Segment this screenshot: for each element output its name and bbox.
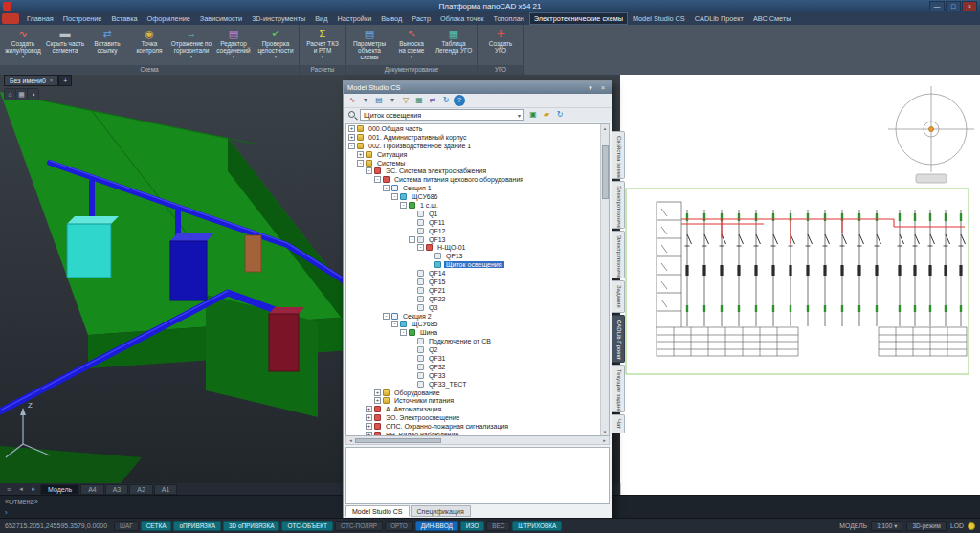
ribbon-button[interactable]: ↔Отражение по горизонтали▾ [170, 26, 212, 65]
status-toggle[interactable]: 3D оПРИВЯЗКА [223, 521, 279, 531]
tree-item[interactable]: +Оборудование [346, 389, 600, 397]
collapse-icon[interactable]: - [357, 160, 364, 167]
tree-item[interactable]: QF12 [346, 227, 600, 235]
collapse-icon[interactable]: - [400, 329, 407, 336]
status-toggle[interactable]: ОТС-ОБЪЕКТ [281, 521, 333, 531]
tree-item[interactable]: Щиток освещения [346, 260, 600, 269]
palette-tab[interactable]: Model Studio CS [345, 505, 410, 517]
tree-vscrollbar[interactable]: ▴▾ [600, 124, 609, 435]
scale-selector[interactable]: 1:100 ▾ [871, 521, 902, 531]
expand-icon[interactable]: + [366, 414, 372, 421]
side-tab[interactable]: Текущие задания [612, 365, 625, 412]
tree-item[interactable]: Q1 [346, 210, 600, 218]
tree-item[interactable]: Q3 [346, 303, 600, 312]
new-viewport-tab-button[interactable]: + [58, 75, 72, 86]
sheet-tab[interactable]: A4 [80, 484, 104, 495]
menu-tab[interactable]: Вывод [376, 12, 407, 25]
collapse-icon[interactable]: - [374, 176, 381, 183]
tree-item[interactable]: -QF13 [346, 235, 600, 244]
menu-tab[interactable]: Настройки [332, 12, 376, 25]
ribbon-button[interactable]: ◉Точка контроля [128, 26, 170, 65]
viewport-tab[interactable]: Без имени0 × [4, 75, 58, 86]
menu-tab[interactable]: CADLib Проект [690, 12, 748, 25]
lod-button[interactable]: LOD [950, 522, 964, 529]
menu-tab[interactable]: Зависимости [195, 12, 247, 25]
tree-item[interactable]: +000.Общая часть [346, 124, 600, 133]
ribbon-button[interactable]: ⇄Вставить ссылку [86, 26, 128, 65]
tree-item[interactable]: QF13 [346, 252, 600, 260]
tree-item[interactable]: QF15 [346, 278, 600, 286]
menu-tab[interactable]: Растр [407, 12, 435, 25]
tree-item[interactable]: QF31 [346, 354, 600, 363]
hscroll-thumb[interactable] [355, 438, 441, 443]
export-folder-icon[interactable]: ▣ [527, 109, 539, 121]
tree-item[interactable]: -002. Производственное здание 1 [346, 142, 600, 150]
tree-item[interactable]: +ЭО. Электроосвещение [346, 413, 600, 422]
model-space-button[interactable]: МОДЕЛЬ [839, 522, 867, 529]
tree-item[interactable]: Q2 [346, 345, 600, 354]
tree-item[interactable]: +ВН. Видео наблюдение [346, 431, 600, 435]
grid-icon[interactable]: ▦ [16, 89, 27, 100]
tree-item[interactable]: -ЩСУ686 [346, 192, 600, 201]
ribbon-button[interactable]: ✚Создать УГО [479, 26, 522, 65]
shading-mode-icon[interactable]: ◑ [28, 89, 38, 100]
sheet-tab[interactable]: A2 [129, 484, 153, 495]
status-toggle[interactable]: ДИН-ВВОД [415, 521, 458, 531]
prev-sheet-icon[interactable]: ◂ [15, 485, 27, 493]
ribbon-button[interactable]: ✔Проверка целостности▾ [255, 26, 297, 65]
sheet-tab[interactable]: A3 [105, 484, 129, 495]
maximize-button[interactable]: □ [946, 1, 961, 11]
collapse-icon[interactable]: - [409, 236, 415, 243]
tree-item[interactable]: -ЭС. Система электроснабжения [346, 167, 600, 175]
bulb-icon[interactable] [968, 522, 975, 530]
collapse-icon[interactable]: - [348, 143, 355, 149]
tree-item[interactable]: -Секция 2 [346, 312, 600, 321]
collapse-icon[interactable]: - [391, 193, 398, 200]
tree-item[interactable]: +А. Автоматизация [346, 405, 600, 413]
viewport-tab-close-icon[interactable]: × [50, 76, 54, 86]
minimize-button[interactable]: — [929, 1, 945, 11]
tree-item[interactable]: -ЩСУ685 [346, 320, 600, 328]
ribbon-button[interactable]: ▦Таблица Легенда УГО [433, 26, 475, 65]
tree-item[interactable]: +Источники питания [346, 397, 600, 406]
status-toggle[interactable]: ОТС-ПОЛЯР [335, 521, 383, 531]
tree-hscrollbar[interactable]: ◂▸ [345, 436, 610, 445]
menu-tab[interactable]: Вид [310, 12, 332, 25]
tree-item[interactable]: QF11 [346, 218, 600, 227]
ribbon-button[interactable]: ▤Параметры объекта схемы [348, 26, 390, 65]
tree-item[interactable]: -Секция 1 [346, 184, 600, 192]
status-toggle[interactable]: ВЕС [486, 521, 510, 531]
side-tab[interactable]: Чат [612, 414, 625, 433]
tree-item[interactable]: Подключение от СВ [346, 337, 600, 345]
side-tab[interactable]: Электротехническая модель [612, 181, 625, 229]
menu-tab[interactable]: Облака точек [435, 12, 489, 25]
collapse-icon[interactable]: - [391, 321, 398, 327]
tree-item[interactable]: +Ситуация [346, 150, 600, 159]
side-tab[interactable]: Электротехнические изделия [612, 231, 625, 278]
help-icon[interactable]: ? [454, 95, 465, 106]
collapse-icon[interactable]: - [400, 202, 407, 209]
side-tab[interactable]: Свойства элемента [612, 131, 625, 179]
status-toggle[interactable]: ОРТО [385, 521, 413, 531]
tree-item[interactable]: -Система питания цехового оборудования [346, 175, 600, 184]
sheet-tab[interactable]: Модель [40, 484, 79, 495]
palette-tab[interactable]: Спецификация [411, 505, 471, 517]
vscroll-thumb[interactable] [602, 145, 609, 199]
menu-tab[interactable]: Электротехнические схемы [529, 12, 628, 25]
expand-icon[interactable]: + [366, 423, 372, 430]
tree-item[interactable]: +001. Административный корпус [346, 133, 600, 142]
sheet-tab[interactable]: A1 [154, 484, 178, 495]
expand-icon[interactable]: + [374, 397, 381, 404]
side-tab[interactable]: Задания [612, 280, 625, 313]
status-toggle[interactable]: ШАГ [114, 521, 139, 531]
home-icon[interactable]: ⌂ [5, 89, 15, 100]
menu-tab[interactable]: Вставка [106, 12, 142, 25]
expand-icon[interactable]: + [366, 406, 372, 412]
palette-close-icon[interactable]: × [598, 84, 608, 92]
next-sheet-icon[interactable]: ▸ [28, 485, 39, 493]
drawing-canvas[interactable] [620, 75, 980, 483]
status-toggle[interactable]: СЕТКА [141, 521, 172, 531]
close-button[interactable]: × [962, 1, 977, 11]
tree-item[interactable]: QF21 [346, 286, 600, 295]
expand-icon[interactable]: + [348, 125, 355, 132]
